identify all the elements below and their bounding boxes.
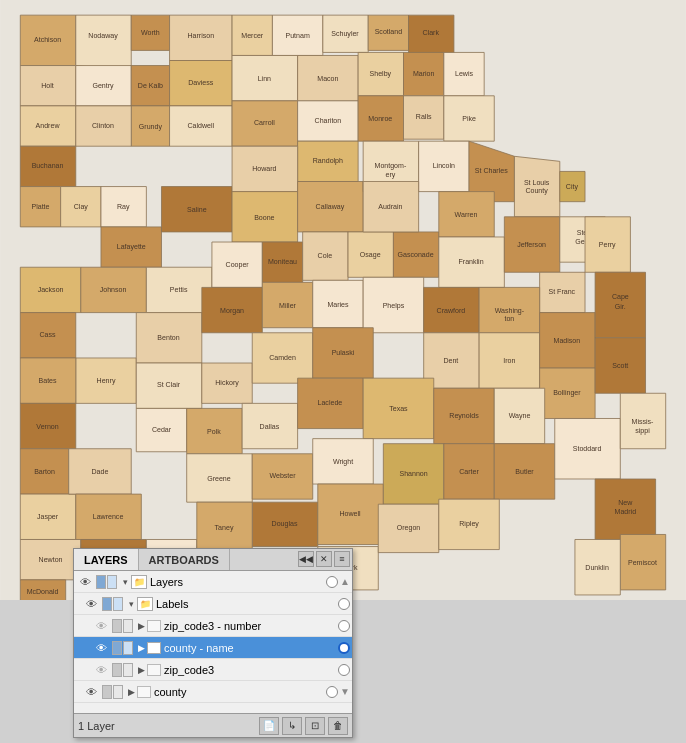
county-mercer[interactable] [232, 15, 272, 55]
county-marion[interactable] [404, 52, 444, 95]
county-chariton[interactable] [298, 101, 359, 141]
layer-row-county[interactable]: 👁 ▶ county ▼ [74, 681, 352, 703]
county-schuyler[interactable] [323, 15, 368, 52]
county-audrain[interactable] [363, 182, 418, 232]
county-lincoln[interactable] [419, 141, 469, 191]
layer-row-zipcode3[interactable]: 👁 ▶ zip_code3 [74, 659, 352, 681]
county-madison[interactable] [540, 313, 595, 368]
county-stlouis-county[interactable] [514, 156, 559, 217]
county-stclair[interactable] [136, 363, 202, 408]
county-polk[interactable] [187, 408, 242, 453]
county-lewis[interactable] [444, 52, 484, 95]
county-wayne[interactable] [494, 388, 544, 443]
eye-icon-zipcode3-number[interactable]: 👁 [92, 617, 110, 635]
county-warren[interactable] [439, 192, 494, 237]
county-dallas[interactable] [242, 403, 297, 448]
county-douglas[interactable] [252, 502, 318, 546]
county-caldwell[interactable] [170, 106, 233, 146]
layer-row-layers[interactable]: 👁 ▾ 📁 Layers ▲ [74, 571, 352, 593]
county-gentry[interactable] [76, 66, 131, 106]
layer-row-zipcode3-number[interactable]: 👁 ▶ zip_code3 - number [74, 615, 352, 637]
eye-icon-county-name[interactable]: 👁 [92, 639, 110, 657]
layer-target-circle-zipcode3[interactable] [338, 664, 350, 676]
county-clinton[interactable] [76, 106, 131, 146]
county-capegirardeau[interactable] [595, 272, 645, 338]
county-moniteau[interactable] [262, 242, 302, 282]
county-osage[interactable] [348, 232, 393, 277]
panel-close-btn[interactable]: ✕ [316, 551, 332, 567]
county-clay[interactable] [61, 187, 101, 227]
county-hickory[interactable] [202, 363, 252, 403]
county-macon[interactable] [298, 55, 359, 100]
county-washington[interactable] [479, 287, 540, 332]
county-webster[interactable] [252, 454, 313, 499]
county-camden[interactable] [252, 333, 313, 383]
scroll-down-arrow[interactable]: ▼ [340, 686, 350, 697]
county-daviess[interactable] [170, 61, 233, 106]
county-clark[interactable] [409, 15, 454, 55]
county-bollinger[interactable] [540, 368, 595, 418]
county-texas[interactable] [363, 378, 434, 439]
county-cass[interactable] [20, 313, 75, 358]
expand-icon-zipcode3-number[interactable]: ▶ [135, 620, 147, 632]
county-randolph[interactable] [298, 141, 359, 181]
county-gasconade[interactable] [393, 232, 438, 277]
layer-target-circle-layers[interactable] [326, 576, 338, 588]
expand-icon-labels[interactable]: ▾ [125, 598, 137, 610]
county-jefferson[interactable] [504, 217, 559, 272]
county-carroll[interactable] [232, 101, 298, 146]
layer-target-circle-county[interactable] [326, 686, 338, 698]
eye-icon-labels[interactable]: 👁 [82, 595, 100, 613]
county-greene[interactable] [187, 454, 253, 502]
county-morgan[interactable] [202, 287, 263, 332]
county-andrew[interactable] [20, 106, 75, 146]
county-jackson[interactable] [20, 267, 81, 312]
county-wright[interactable] [313, 439, 374, 484]
county-scotland[interactable] [368, 15, 408, 50]
county-taney[interactable] [197, 502, 252, 552]
county-dade[interactable] [69, 449, 132, 494]
county-benton[interactable] [136, 313, 202, 363]
county-boone[interactable] [232, 192, 298, 242]
county-bates[interactable] [20, 358, 75, 403]
eye-icon-zipcode3[interactable]: 👁 [92, 661, 110, 679]
county-reynolds[interactable] [434, 388, 495, 443]
county-stoddard[interactable] [555, 418, 621, 479]
layer-row-labels[interactable]: 👁 ▾ 📁 Labels [74, 593, 352, 615]
county-ripley[interactable] [439, 499, 500, 549]
county-cole[interactable] [303, 232, 348, 280]
county-lafayette[interactable] [101, 227, 162, 267]
county-nodaway[interactable] [76, 15, 131, 70]
eye-icon-county[interactable]: 👁 [82, 683, 100, 701]
county-saline[interactable] [161, 187, 232, 232]
county-henry[interactable] [76, 358, 137, 403]
county-putnam[interactable] [272, 15, 322, 55]
layer-target-circle-zipcode3-number[interactable] [338, 620, 350, 632]
county-jasper[interactable] [20, 494, 75, 539]
county-howard[interactable] [232, 146, 298, 191]
county-platte[interactable] [20, 187, 60, 227]
expand-icon-county[interactable]: ▶ [125, 686, 137, 698]
county-newton[interactable] [20, 539, 81, 579]
county-lawrence[interactable] [76, 494, 142, 539]
county-vernon[interactable] [20, 403, 75, 448]
county-franklin[interactable] [439, 237, 505, 287]
county-mississippi[interactable] [620, 393, 665, 448]
county-pulaski[interactable] [313, 328, 374, 378]
eye-icon-layers[interactable]: 👁 [76, 573, 94, 591]
county-pike[interactable] [444, 96, 494, 141]
county-ralls[interactable] [404, 96, 444, 139]
county-perry[interactable] [585, 217, 630, 272]
county-maries[interactable] [313, 280, 363, 327]
new-sublayer-btn[interactable]: ↳ [282, 717, 302, 735]
move-to-btn[interactable]: ⊡ [305, 717, 325, 735]
county-atchison[interactable] [20, 15, 75, 65]
expand-icon-zipcode3[interactable]: ▶ [135, 664, 147, 676]
delete-layer-btn[interactable]: 🗑 [328, 717, 348, 735]
county-miller[interactable] [262, 282, 312, 327]
county-cedar[interactable] [136, 408, 186, 451]
county-scott[interactable] [595, 338, 645, 393]
county-ray[interactable] [101, 187, 146, 227]
layer-target-circle-county-name[interactable] [338, 642, 350, 654]
new-layer-btn[interactable]: 📄 [259, 717, 279, 735]
